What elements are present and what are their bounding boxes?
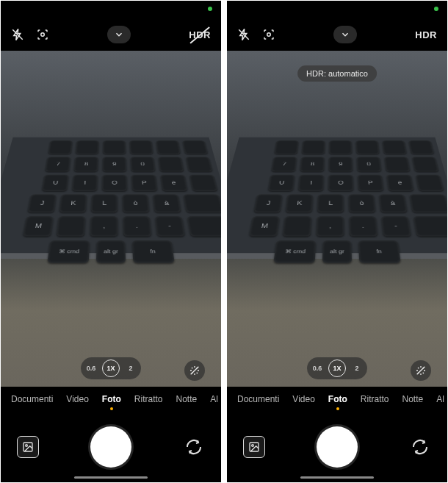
filters-button[interactable] — [184, 360, 205, 381]
mode-selector[interactable]: Documenti Video Foto Ritratto Notte Al — [227, 387, 447, 412]
chevron-down-icon — [114, 29, 124, 40]
shutter-button[interactable] — [317, 426, 358, 468]
zoom-0-6x[interactable]: 0.6 — [83, 360, 99, 376]
zoom-pill: 0.6 1X 2 — [307, 357, 367, 379]
sparkle-off-icon — [415, 365, 427, 376]
mode-notte[interactable]: Notte — [402, 394, 424, 404]
image-icon — [22, 441, 34, 453]
mode-notte[interactable]: Notte — [176, 394, 198, 404]
keyboard-preview: 7890 UIOPè JKLòà M,.- ⌘ cmdalt grfn — [227, 137, 447, 260]
mode-foto[interactable]: Foto — [328, 394, 347, 404]
camera-screen-left: HDR 7890 UIOPè JKLòà M,.- ⌘ cmdalt grfn … — [1, 1, 221, 482]
home-indicator[interactable] — [74, 476, 148, 479]
zoom-1x[interactable]: 1X — [328, 359, 346, 377]
camera-top-bar: HDR — [227, 18, 447, 51]
hdr-toggle[interactable]: HDR — [415, 29, 437, 40]
hdr-toggle[interactable]: HDR — [189, 29, 211, 40]
mode-foto[interactable]: Foto — [102, 394, 121, 404]
switch-camera-button[interactable] — [183, 436, 205, 458]
settings-expand-button[interactable] — [107, 26, 131, 43]
status-bar — [227, 1, 447, 18]
svg-point-4 — [26, 445, 28, 447]
mode-ritratto[interactable]: Ritratto — [134, 394, 163, 404]
gallery-button[interactable] — [17, 436, 39, 458]
svg-point-1 — [41, 33, 45, 37]
camera-top-bar: HDR — [1, 18, 221, 51]
camera-bottom-bar — [1, 412, 221, 482]
mode-documenti[interactable]: Documenti — [11, 394, 53, 404]
mode-ritratto[interactable]: Ritratto — [361, 394, 389, 404]
google-lens-icon[interactable] — [262, 28, 275, 41]
mode-video[interactable]: Video — [292, 394, 314, 404]
mode-video[interactable]: Video — [66, 394, 88, 404]
zoom-pill: 0.6 1X 2 — [81, 357, 141, 379]
camera-active-indicator — [434, 7, 438, 11]
svg-point-9 — [252, 445, 254, 447]
camera-viewfinder[interactable]: 7890 UIOPè JKLòà M,.- ⌘ cmdalt grfn 0.6 … — [1, 51, 221, 387]
camera-viewfinder[interactable]: 7890 UIOPè JKLòà M,.- ⌘ cmdalt grfn HDR:… — [227, 51, 447, 387]
zoom-2x[interactable]: 2 — [123, 360, 139, 376]
mode-selector[interactable]: Documenti Video Foto Ritratto Notte Al — [1, 387, 221, 412]
svg-point-6 — [267, 33, 271, 37]
keyboard-preview: 7890 UIOPè JKLòà M,.- ⌘ cmdalt grfn — [1, 137, 221, 260]
mode-documenti[interactable]: Documenti — [237, 394, 279, 404]
switch-camera-button[interactable] — [409, 436, 431, 458]
hdr-toast: HDR: automatico — [297, 65, 377, 82]
camera-bottom-bar — [227, 412, 447, 482]
mode-al[interactable]: Al — [210, 394, 218, 404]
google-lens-icon[interactable] — [36, 28, 49, 41]
gallery-button[interactable] — [243, 436, 265, 458]
settings-expand-button[interactable] — [333, 26, 357, 43]
camera-screen-right: HDR 7890 UIOPè JKLòà M,.- ⌘ cmdalt grfn … — [227, 1, 447, 482]
hdr-label-text: HDR — [189, 29, 211, 40]
sparkle-off-icon — [189, 365, 200, 376]
zoom-0-6x[interactable]: 0.6 — [309, 360, 325, 376]
flash-off-icon[interactable] — [11, 28, 24, 41]
hdr-label-text: HDR — [415, 29, 437, 40]
mode-al[interactable]: Al — [436, 394, 444, 404]
zoom-2x[interactable]: 2 — [349, 360, 365, 376]
camera-active-indicator — [208, 7, 212, 11]
switch-camera-icon — [185, 438, 203, 456]
zoom-1x[interactable]: 1X — [102, 359, 120, 377]
shutter-button[interactable] — [90, 426, 131, 468]
status-bar — [1, 1, 221, 18]
switch-camera-icon — [411, 438, 429, 456]
filters-button[interactable] — [411, 360, 431, 381]
chevron-down-icon — [340, 29, 350, 40]
home-indicator[interactable] — [300, 476, 374, 479]
image-icon — [248, 441, 260, 453]
flash-off-icon[interactable] — [237, 28, 250, 41]
